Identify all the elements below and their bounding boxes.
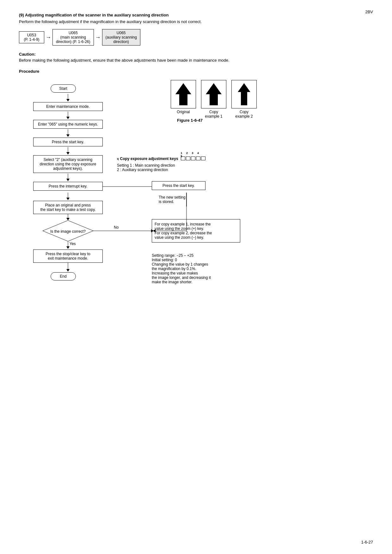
svg-marker-3 bbox=[66, 117, 70, 119]
figure-caption: Figure 1-6-47 bbox=[177, 118, 203, 123]
enter-maintenance-box: Enter maintenance mode. bbox=[33, 102, 103, 111]
svg-marker-7 bbox=[66, 152, 70, 155]
start-oval: Start bbox=[51, 84, 76, 93]
for-copy-box: For copy example 1, increase thevalue us… bbox=[152, 219, 240, 243]
page-number-top: 2BV bbox=[365, 9, 373, 14]
setting-line2: 2 : Auxiliary scanning direction bbox=[117, 168, 218, 172]
figure-copy1-box bbox=[201, 80, 226, 108]
copy-exposure-area: q Copy exposure adjustment keys 1 2 3 4 … bbox=[117, 156, 218, 172]
svg-marker-13 bbox=[66, 218, 70, 220]
setting-line1: Setting 1 : Main scanning direction bbox=[117, 163, 218, 168]
figure-copy2-box bbox=[231, 80, 257, 108]
u-box-065-aux-line3: direction) bbox=[106, 40, 137, 44]
u-box-065-aux: U065 (auxiliary scanning direction) bbox=[102, 29, 140, 46]
u-boxes-flow: U053 (P. 1-4-9) → U065 (main scanning di… bbox=[19, 29, 373, 46]
u-box-053: U053 (P. 1-4-9) bbox=[19, 31, 44, 43]
range-note-6: the image longer, and decreasing it bbox=[152, 275, 211, 280]
range-note-3: Changing the value by 1 changes bbox=[152, 262, 211, 267]
u-box-065-main: U065 (main scanning direction) (P. 1-6-2… bbox=[52, 29, 94, 46]
end-oval: End bbox=[51, 272, 76, 280]
svg-marker-32 bbox=[238, 83, 250, 105]
page-number-bottom: 1-6-27 bbox=[361, 540, 373, 545]
svg-marker-1 bbox=[66, 99, 70, 102]
stored-note: The new settingis stored. bbox=[159, 195, 186, 204]
figure-copy1-label: Copyexample 1 bbox=[205, 110, 222, 119]
bullet-q: q bbox=[117, 157, 119, 160]
for-copy1: For copy example 1, increase thevalue us… bbox=[155, 222, 212, 240]
range-note-5: Increasing the value makes bbox=[152, 271, 211, 275]
caution-label: Caution: bbox=[19, 52, 373, 57]
section-title: (9) Adjusting magnification of the scann… bbox=[19, 13, 373, 17]
place-original-box: Place an original and pressthe start key… bbox=[33, 201, 103, 214]
svg-marker-15 bbox=[66, 246, 70, 249]
range-note-1: Setting range: −25 – +25 bbox=[152, 253, 211, 258]
arrow-1: → bbox=[46, 34, 51, 40]
figures-area: Original Copyexample 1 Copyexample 2 bbox=[171, 80, 257, 119]
figure-original-box bbox=[171, 80, 196, 108]
figure-copy1: Copyexample 1 bbox=[201, 80, 226, 119]
key-icons: 1 2 3 4 5 bbox=[181, 156, 205, 161]
u-box-053-line2: (P. 1-4-9) bbox=[22, 37, 41, 42]
range-note-2: Initial setting: 0 bbox=[152, 258, 211, 262]
svg-marker-9 bbox=[66, 179, 70, 181]
press-start-2-box: Press the start key. bbox=[152, 181, 205, 190]
section-subtitle: Perform the following adjustment if the … bbox=[19, 19, 373, 24]
svg-marker-5 bbox=[66, 134, 70, 137]
u-box-065-main-line2: (main scanning bbox=[56, 35, 90, 40]
press-start-1-box: Press the start key. bbox=[33, 138, 103, 146]
copy-exposure-label: Copy exposure adjustment keys bbox=[120, 157, 178, 161]
select-2-box: Select "2" (auxiliary scanningdirection … bbox=[33, 155, 103, 173]
key-numbers: 1 2 3 4 5 bbox=[181, 151, 205, 158]
u-box-065-aux-line1: U065 bbox=[106, 31, 137, 35]
svg-marker-30 bbox=[175, 83, 191, 105]
figure-original-label: Original bbox=[177, 110, 190, 114]
arrow-2: → bbox=[95, 34, 101, 40]
svg-marker-11 bbox=[66, 198, 70, 200]
range-notes: Setting range: −25 – +25 Initial setting… bbox=[152, 253, 211, 284]
press-interrupt-box: Press the interrupt key. bbox=[33, 182, 103, 191]
press-stop-box: Press the stop/clear key toexit maintena… bbox=[33, 249, 103, 263]
figure-original: Original bbox=[171, 80, 196, 119]
range-note-4: the magnification by 0.1%. bbox=[152, 267, 211, 271]
u-box-053-line1: U053 bbox=[22, 33, 41, 37]
is-image-correct-diamond: Is the image correct? bbox=[43, 220, 93, 243]
range-note-7: make the image shorter. bbox=[152, 280, 211, 284]
u-box-065-main-line3: direction) (P. 1-6-26) bbox=[56, 40, 90, 44]
copy-exposure-line: q Copy exposure adjustment keys 1 2 3 4 … bbox=[117, 156, 218, 161]
svg-text:No: No bbox=[114, 225, 119, 230]
svg-marker-31 bbox=[206, 83, 222, 105]
svg-marker-17 bbox=[66, 269, 70, 272]
caution-text: Before making the following adjustment, … bbox=[19, 58, 373, 63]
u-box-065-main-line1: U065 bbox=[56, 31, 90, 35]
figure-copy2: Copyexample 2 bbox=[231, 80, 257, 119]
figure-copy2-label: Copyexample 2 bbox=[235, 110, 253, 119]
u-box-065-aux-line2: (auxiliary scanning bbox=[106, 35, 137, 40]
diagram-area: No Yes Start Enter maintenance mode. Ent… bbox=[19, 80, 367, 320]
enter-065-box: Enter "065" using the numeric keys. bbox=[33, 120, 103, 129]
procedure-label: Procedure bbox=[19, 69, 373, 74]
